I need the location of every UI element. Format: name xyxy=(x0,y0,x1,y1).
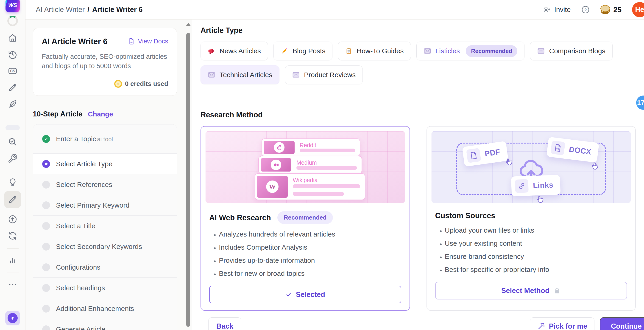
source-card-medium: Medium xyxy=(258,156,362,174)
sidebar-item-feather[interactable] xyxy=(7,99,18,109)
svg-text:?: ? xyxy=(584,8,587,12)
source-label: Links xyxy=(533,180,554,190)
breadcrumb-parent[interactable]: AI Article Writer xyxy=(36,6,85,14)
research-card-ai-web-research[interactable]: Reddit xyxy=(200,126,410,311)
chip-blog-posts[interactable]: Blog Posts xyxy=(274,42,332,60)
step-row-enter-topic[interactable]: Enter a Topic ai tool xyxy=(33,124,177,153)
check-icon xyxy=(285,291,292,298)
chip-news-articles[interactable]: News Articles xyxy=(200,42,268,60)
credits-count: 25 xyxy=(613,6,622,14)
sidebar-item-article-writer-active[interactable] xyxy=(4,191,21,208)
select-method-button[interactable]: Select Method xyxy=(435,282,627,299)
envelope-icon xyxy=(537,47,545,55)
step-row-select-references[interactable]: Select References xyxy=(33,174,177,195)
chip-product-reviews[interactable]: Product Reviews xyxy=(285,66,363,84)
upgrade-button[interactable] xyxy=(5,311,20,325)
sidebar-item-home[interactable] xyxy=(7,33,18,43)
magic-wand-icon xyxy=(537,322,545,330)
source-tile-links: Links xyxy=(511,175,560,196)
avatar[interactable]: He xyxy=(632,2,644,17)
skeleton-bar xyxy=(300,149,355,152)
view-docs-link[interactable]: View Docs xyxy=(128,38,168,45)
source-label: Wikipedia xyxy=(293,177,360,183)
chip-how-to-guides[interactable]: How-To Guides xyxy=(338,42,411,60)
card-title: AI Web Research xyxy=(209,213,271,222)
step-pending-icon xyxy=(42,222,50,230)
refresh-icon xyxy=(8,231,18,241)
panel-scrollbar[interactable] xyxy=(186,22,191,330)
cs-badge-icon: CS xyxy=(8,66,18,76)
envelope-icon xyxy=(424,47,431,55)
envelope-icon xyxy=(292,71,300,79)
step-row-select-secondary-keywords[interactable]: Select Secondary Keywords xyxy=(33,236,177,257)
bulb-icon xyxy=(8,178,18,188)
sidebar-item-ideas[interactable] xyxy=(7,177,18,188)
sidebar-item-history[interactable] xyxy=(7,49,18,60)
help-icon: ? xyxy=(581,5,590,14)
sidebar-item-analytics[interactable] xyxy=(7,255,18,265)
sidebar-item-more[interactable] xyxy=(7,279,18,290)
credits-used-row: 0 credits used xyxy=(42,80,168,88)
invite-button[interactable]: Invite xyxy=(542,5,571,14)
skeleton-bar xyxy=(293,192,344,196)
svg-text:CS: CS xyxy=(10,69,15,73)
step-row-configurations[interactable]: Configurations xyxy=(33,257,177,277)
scrollbar-up-arrow[interactable] xyxy=(186,23,191,26)
envelope-icon xyxy=(208,71,216,79)
continue-button[interactable]: Continue xyxy=(600,317,644,330)
lock-icon xyxy=(553,287,561,295)
credits-counter[interactable]: 25 xyxy=(600,5,622,14)
scrollbar-thumb[interactable] xyxy=(186,33,190,327)
steps-heading: 10-Step Article xyxy=(33,110,82,118)
step-row-select-headings[interactable]: Select headings xyxy=(33,277,177,298)
research-card-custom-sources[interactable]: PDF DOCX DOCX xyxy=(426,126,636,311)
pencil-icon xyxy=(8,194,18,205)
medium-icon xyxy=(271,160,281,170)
selected-method-button[interactable]: Selected xyxy=(209,286,401,303)
sidebar-item-tools[interactable] xyxy=(7,153,18,164)
step-pending-icon xyxy=(42,263,50,271)
chip-technical-articles[interactable]: Technical Articles xyxy=(200,66,280,84)
step-pending-icon xyxy=(42,305,50,312)
tool-description: Factually accurate, SEO-optimized articl… xyxy=(42,52,168,71)
sidebar-divider xyxy=(7,248,18,249)
sidebar-item-rewrite[interactable] xyxy=(7,231,18,241)
custom-sources-illustration: PDF DOCX DOCX xyxy=(432,131,631,203)
person-plus-icon xyxy=(542,5,551,14)
chip-comparison-blogs[interactable]: Comparison Blogs xyxy=(530,42,612,60)
step-row-select-article-type[interactable]: Select Article Type xyxy=(33,153,177,174)
sidebar-item-chatsonic[interactable]: CS xyxy=(7,66,18,76)
back-button[interactable]: Back xyxy=(208,317,241,330)
ai-web-research-illustration: Reddit xyxy=(206,131,405,203)
ellipsis-icon xyxy=(8,279,18,289)
breadcrumb-current: Article Writer 6 xyxy=(92,6,143,14)
history-icon xyxy=(8,49,18,60)
step-pending-icon xyxy=(42,243,50,250)
home-icon xyxy=(8,33,18,43)
wrench-icon xyxy=(8,153,18,164)
pick-for-me-button[interactable]: Pick for me xyxy=(530,317,594,330)
top-header: AI Article Writer / Article Writer 6 Inv… xyxy=(26,0,644,20)
sidebar-item-seo-checker[interactable] xyxy=(7,137,18,147)
sidebar-placeholder-pill xyxy=(6,125,20,130)
step-row-generate-article[interactable]: Generate Article xyxy=(33,319,177,330)
sidebar-item-writer[interactable] xyxy=(7,82,18,93)
hand-cursor-icon xyxy=(504,157,514,169)
step-pending-icon xyxy=(42,284,50,292)
clipboard-icon xyxy=(345,47,352,55)
pencil-emoji-icon xyxy=(280,47,288,55)
tool-info-card: AI Article Writer 6 View Docs Factually … xyxy=(33,28,177,96)
change-flow-link[interactable]: Change xyxy=(88,110,113,118)
sidebar-item-publish[interactable] xyxy=(7,214,18,225)
sidebar-divider xyxy=(7,117,18,117)
step-row-additional-enhancements[interactable]: Additional Enhancements xyxy=(33,298,177,319)
article-type-heading: Article Type xyxy=(200,26,636,35)
step-row-select-a-title[interactable]: Select a Title xyxy=(33,215,177,236)
step-row-select-primary-keyword[interactable]: Select Primary Keyword xyxy=(33,195,177,215)
research-method-heading: Research Method xyxy=(200,111,636,119)
ws-logo-text: WS xyxy=(8,2,17,9)
help-button[interactable]: ? xyxy=(581,5,590,14)
ws-logo[interactable]: WS xyxy=(6,0,20,13)
chip-listicles[interactable]: Listicles Recommended xyxy=(416,42,525,60)
upload-circle-icon xyxy=(8,214,18,224)
